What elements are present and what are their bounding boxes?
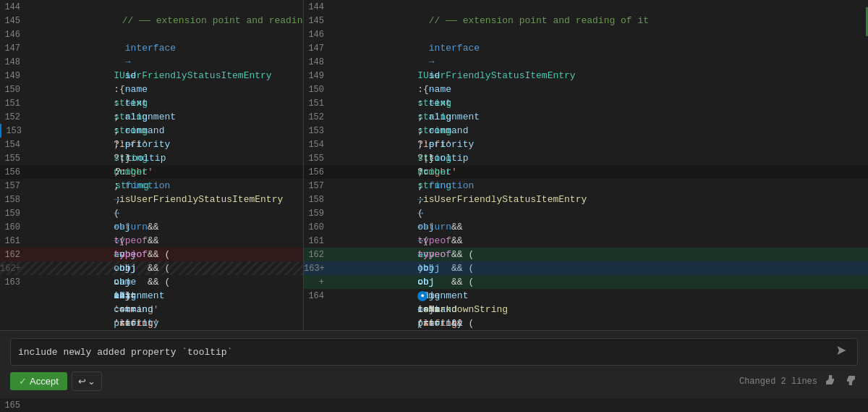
line-163-left: 163 }	[0, 275, 303, 289]
line-145-right: 145	[304, 14, 868, 28]
changed-info: Changed 2 lines	[739, 373, 858, 390]
line-153-right: 153 → tooltip ?: string ;	[304, 124, 868, 138]
line-161-left: 161 → && ( obj . command === undefined |…	[0, 234, 303, 248]
line-148-left: 148 → name : string ;	[0, 55, 303, 69]
line-149-left: 149 → text : string ;	[0, 69, 303, 83]
line-159-right: 159 → && typeof obj . text === 'strin	[304, 206, 868, 220]
line-162-left: 162 → && ( obj . priority === undefined …	[0, 248, 303, 261]
left-pane: 144 // —— extension point and reading of…	[0, 0, 304, 330]
line-155-left: 155	[0, 151, 303, 165]
action-bar: include newly added property `tooltip` ✓…	[0, 330, 868, 398]
undo-icon: ↩	[78, 376, 86, 387]
reject-button[interactable]: ↩ ⌄	[72, 371, 102, 391]
line-155-right: 155	[304, 151, 868, 165]
line-162-right: 162 → && ( obj . priority === undefined …	[304, 248, 868, 261]
right-static-lines: 144 // —— extension point and reading of…	[304, 0, 868, 303]
buttons-row: ✓ Accept ↩ ⌄ Changed 2 lines	[10, 371, 858, 391]
line-147-left: 147 → id : string ;	[0, 41, 303, 55]
line-153-left: 153 → tooltip ?: string ;	[0, 124, 303, 138]
thumbs-up-button[interactable]	[823, 373, 838, 390]
line-160-right: 160 → && ( obj . alignment === 'left' ||	[304, 220, 868, 234]
accept-label: Accept	[30, 376, 59, 387]
line-145-left: 145	[0, 14, 303, 28]
line-146-left: 146 interface IUserFriendlyStatusItemEnt…	[0, 28, 303, 41]
accept-reject-group: ✓ Accept ↩ ⌄	[10, 371, 102, 391]
line-158-right: 158 → && typeof obj . name === 'strin	[304, 193, 868, 206]
line-157-left: 157 → return ( typeof obj . id ===	[0, 179, 303, 193]
prompt-row: include newly added property `tooltip`	[10, 338, 858, 366]
line-156-left: 156 function isUserFriendlyStatusItemEnt…	[0, 165, 303, 179]
prompt-text: include newly added property `tooltip`	[18, 347, 833, 358]
line-162plus-left: 162+	[0, 261, 303, 275]
line-163plus-right: 163+ ● → && ( obj . tooltip === undefin	[304, 261, 868, 275]
line-152-right: 152 → priority ?: number ;	[304, 110, 868, 124]
line-150-left: 150 → alignment : 'left' | 'right' ;	[0, 83, 303, 96]
line-159-left: 159 → && typeof obj . text === 'string'	[0, 206, 303, 220]
line-158-left: 158 → && typeof obj . name === 'string'	[0, 193, 303, 206]
line-144-left: 144 // —— extension point and reading of…	[0, 0, 303, 14]
line-151-left: 151 → command ?: string ;	[0, 96, 303, 110]
split-view: 144 // —— extension point and reading of…	[0, 0, 868, 330]
accept-button[interactable]: ✓ Accept	[10, 372, 67, 390]
thumbs-down-button[interactable]	[843, 373, 858, 390]
line-161-right: 161 → && ( obj . command === undefined |…	[304, 234, 868, 248]
line-146-right: 146 interface IUserFriendlyStatusItemEnt…	[304, 28, 868, 41]
left-static-lines: 144 // —— extension point and reading of…	[0, 0, 303, 289]
line-148-right: 148 → name : string ;	[304, 55, 868, 69]
line-160-left: 160 → && ( obj . alignment === 'left' ||…	[0, 220, 303, 234]
line-149-right: 149 → text : string ;	[304, 69, 868, 83]
code-area: 144 // —— extension point and reading of…	[0, 0, 868, 330]
line-157-right: 157 → return ( typeof obj . id ===	[304, 179, 868, 193]
line-151-right: 151 → command ?: string ;	[304, 96, 868, 110]
copilot-icon: ●	[417, 291, 427, 301]
line-150-right: 150 → alignment : 'left' | 'right' ;	[304, 83, 868, 96]
line-154-left: 154 }	[0, 138, 303, 151]
right-pane: 144 // —— extension point and reading of…	[304, 0, 868, 330]
line-152-left: 152 → priority ?: number ;	[0, 110, 303, 124]
chevron-down-icon: ⌄	[88, 376, 95, 387]
line-165: 165	[0, 398, 868, 412]
check-icon: ✓	[19, 376, 27, 387]
send-button[interactable]	[833, 343, 850, 361]
changed-lines-text: Changed 2 lines	[739, 377, 817, 387]
line-154-right: 154 }	[304, 138, 868, 151]
line-156-right: 156 function isUserFriendlyStatusItemEnt…	[304, 165, 868, 179]
line-144-right: 144 // —— extension point and reading of…	[304, 0, 868, 14]
editor-container: 144 // —— extension point and reading of…	[0, 0, 868, 412]
line-147-right: 147 → id : string ;	[304, 41, 868, 55]
